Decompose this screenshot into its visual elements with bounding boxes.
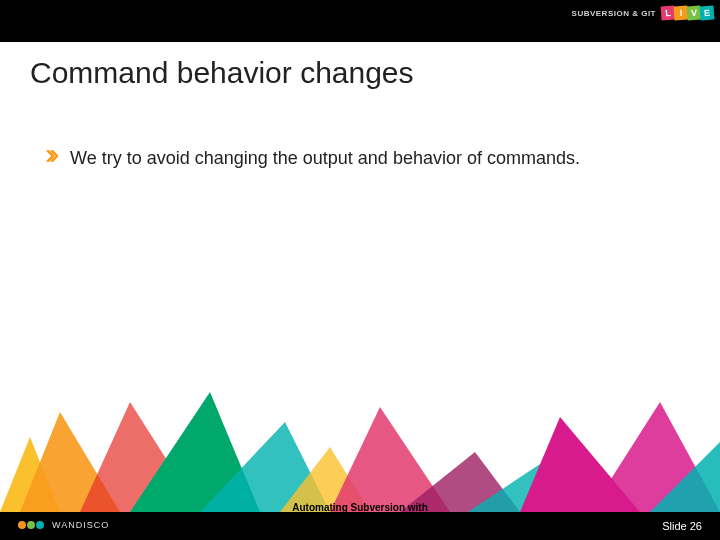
slide: SUBVERSION & GIT L I V E Command behavio…: [0, 0, 720, 540]
live-tile-4: E: [700, 6, 715, 21]
svg-marker-4: [200, 422, 330, 512]
topbar: SUBVERSION & GIT L I V E: [0, 0, 720, 42]
footer-center-line1: Automating Subversion with: [270, 502, 450, 513]
logo-dot-orange: [18, 521, 26, 529]
svg-marker-10: [590, 402, 720, 512]
slide-title: Command behavior changes: [30, 56, 414, 90]
svg-marker-8: [468, 464, 560, 512]
footer: WANDISCO Automating Subversion with Bind…: [0, 512, 720, 540]
slide-body: We try to avoid changing the output and …: [46, 146, 680, 170]
live-logo: L I V E: [662, 6, 714, 20]
footer-center: Automating Subversion with Bindings: [270, 502, 450, 524]
footer-logo-text: WANDISCO: [52, 520, 109, 530]
svg-marker-6: [330, 407, 450, 512]
footer-slide-number: Slide 26: [662, 520, 702, 532]
decorative-triangles: [0, 392, 720, 512]
logo-dot-teal: [36, 521, 44, 529]
svg-marker-9: [520, 417, 640, 512]
bullet-row: We try to avoid changing the output and …: [46, 146, 680, 170]
chevron-right-icon: [46, 150, 58, 162]
footer-center-line2: Bindings: [270, 513, 450, 524]
bullet-text: We try to avoid changing the output and …: [70, 146, 580, 170]
slide-label: Slide: [662, 520, 686, 532]
logo-dot-green: [27, 521, 35, 529]
topbar-brand-text: SUBVERSION & GIT: [572, 9, 656, 18]
svg-marker-1: [20, 412, 120, 512]
footer-logo: WANDISCO: [18, 520, 109, 530]
svg-marker-2: [80, 402, 200, 512]
svg-marker-0: [0, 437, 60, 512]
slide-number: 26: [690, 520, 702, 532]
topbar-brand: SUBVERSION & GIT L I V E: [572, 6, 714, 20]
svg-marker-11: [650, 442, 720, 512]
svg-marker-3: [130, 392, 260, 512]
